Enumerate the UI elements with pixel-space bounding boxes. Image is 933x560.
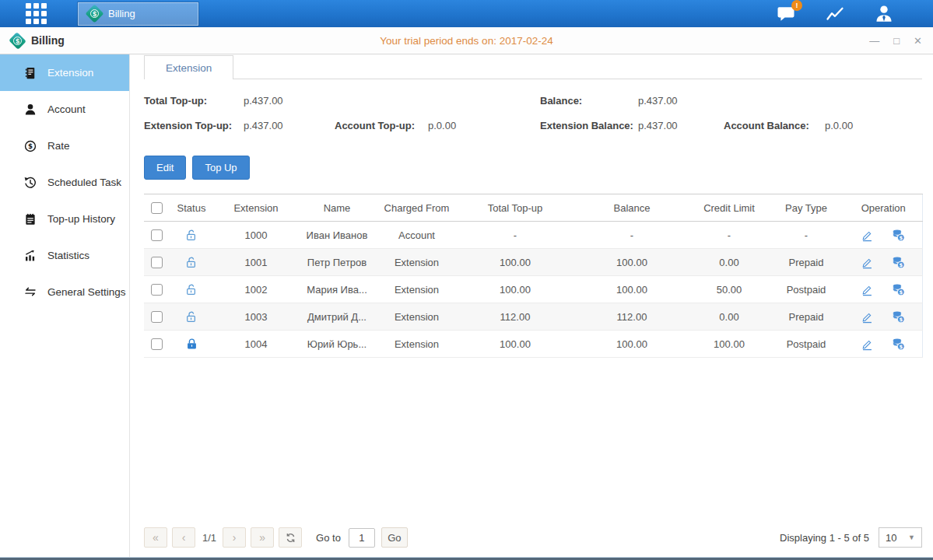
maximize-button[interactable]: □ [893,36,900,46]
table-row[interactable]: 1002 Мария Ива... Extension 100.00 100.0… [144,276,922,303]
sidebar-item-account[interactable]: Account [0,91,129,128]
extension-table-body: 1000 Иван Иванов Account - - - - $ [144,222,922,358]
edit-button[interactable]: Edit [144,156,186,180]
col-operation: Operation [845,194,922,222]
row-checkbox[interactable] [151,338,163,350]
balance-label: Balance: [540,95,638,107]
pagination-bar: « ‹ 1/1 › » Go to Go Displaying 1 - 5 of… [144,527,922,557]
sidebar-item-scheduled-task[interactable]: Scheduled Task [0,164,129,201]
col-credit-limit: Credit Limit [691,194,767,222]
cell-extension: 1000 [214,222,298,249]
sidebar-item-general-settings[interactable]: General Settings [0,274,129,310]
balance-value: p.437.00 [638,95,724,107]
row-checkbox[interactable] [151,284,163,296]
titlebar: $ Billing Your trial period ends on: 201… [0,27,933,54]
lock-icon [185,338,198,351]
window-bottom-edge [0,557,933,560]
messages-icon[interactable]: ! [776,5,796,23]
sidebar-item-statistics[interactable]: Statistics [0,237,129,274]
topbar-tab-billing[interactable]: $ Billing [78,2,198,26]
next-page-button[interactable]: › [223,527,246,548]
edit-row-icon[interactable] [861,229,874,242]
top-up-row-icon[interactable]: $ [891,282,906,297]
page-size-select[interactable]: 10 ▼ [879,527,922,548]
edit-row-icon[interactable] [861,310,874,324]
account-topup-value: p.0.00 [428,120,540,131]
total-topup-value: p.437.00 [244,95,335,107]
sidebar-item-label: Rate [47,140,70,152]
col-charged-from: Charged From [376,194,458,222]
cell-credit-limit: - [691,222,767,249]
sidebar-item-rate[interactable]: $ Rate [0,128,129,164]
account-balance-value: p.0.00 [825,120,922,131]
chevron-down-icon: ▼ [908,534,915,541]
sidebar-item-label: Extension [47,67,93,79]
go-button[interactable]: Go [381,527,408,548]
page-size-value: 10 [886,532,896,544]
row-checkbox[interactable] [151,257,163,268]
cell-credit-limit: 100.00 [691,331,767,358]
refresh-button[interactable] [279,527,302,548]
table-row[interactable]: 1000 Иван Иванов Account - - - - $ [144,222,922,249]
cell-credit-limit: 0.00 [691,249,767,276]
edit-row-icon[interactable] [861,256,874,269]
account-balance-label: Account Balance: [724,120,825,131]
table-header-row: Status Extension Name Charged From Total… [144,194,922,222]
sidebar-item-extension[interactable]: Extension [0,54,129,91]
account-topup-label: Account Top-up: [335,120,428,131]
cell-credit-limit: 0.00 [691,303,767,331]
edit-row-icon[interactable] [861,283,874,296]
cell-pay-type: Postpaid [767,276,845,303]
billing-title-icon: $ [9,32,26,50]
close-button[interactable]: ✕ [914,36,922,46]
cell-pay-type: Postpaid [767,331,845,358]
top-up-row-icon[interactable]: $ [891,228,906,243]
sidebar-item-label: General Settings [47,286,126,298]
window-title: Billing [31,34,65,47]
prev-page-button[interactable]: ‹ [172,527,195,548]
top-up-button[interactable]: Top Up [192,156,249,180]
col-balance: Balance [573,194,691,222]
ledger-icon [23,66,37,80]
billing-app-icon: $ [85,4,103,23]
cell-extension: 1003 [214,303,298,331]
displaying-text: Displaying 1 - 5 of 5 [780,532,869,544]
col-status: Status [169,194,214,222]
col-pay-type: Pay Type [767,194,845,222]
row-checkbox[interactable] [151,311,163,323]
select-all-checkbox[interactable] [151,202,163,214]
sidebar-item-label: Statistics [47,250,89,261]
user-account-icon[interactable] [874,4,894,24]
cell-total-topup: - [458,222,573,249]
goto-page-input[interactable] [349,528,375,548]
table-row[interactable]: 1003 Дмитрий Д... Extension 112.00 112.0… [144,303,922,331]
cell-balance: 100.00 [573,331,691,358]
svg-text:$: $ [900,343,903,349]
tab-extension[interactable]: Extension [144,55,233,79]
edit-row-icon[interactable] [861,338,874,351]
trial-notice: Your trial period ends on: 2017-02-24 [380,35,552,47]
minimize-button[interactable]: — [869,36,879,46]
svg-text:$: $ [28,142,33,150]
unlock-icon [185,256,198,269]
cell-total-topup: 100.00 [458,249,573,276]
app-grid-icon[interactable] [26,3,47,24]
unlock-icon [185,283,198,296]
first-page-button[interactable]: « [144,527,167,548]
last-page-button[interactable]: » [251,527,274,548]
resource-monitor-icon[interactable] [824,5,846,23]
svg-text:$: $ [900,316,903,322]
top-up-row-icon[interactable]: $ [891,337,906,352]
top-up-row-icon[interactable]: $ [891,310,906,324]
sidebar-item-topup-history[interactable]: Top-up History [0,201,129,237]
top-up-row-icon[interactable]: $ [891,255,906,270]
unlock-icon [185,229,198,242]
total-topup-label: Total Top-up: [144,95,244,107]
row-checkbox[interactable] [151,229,163,241]
table-row[interactable]: 1004 Юрий Юрь... Extension 100.00 100.00… [144,331,922,358]
cell-pay-type: - [767,222,845,249]
notification-badge: ! [791,0,802,11]
cell-name: Дмитрий Д... [298,303,376,331]
table-row[interactable]: 1001 Петр Петров Extension 100.00 100.00… [144,249,922,276]
cell-name: Мария Ива... [298,276,376,303]
